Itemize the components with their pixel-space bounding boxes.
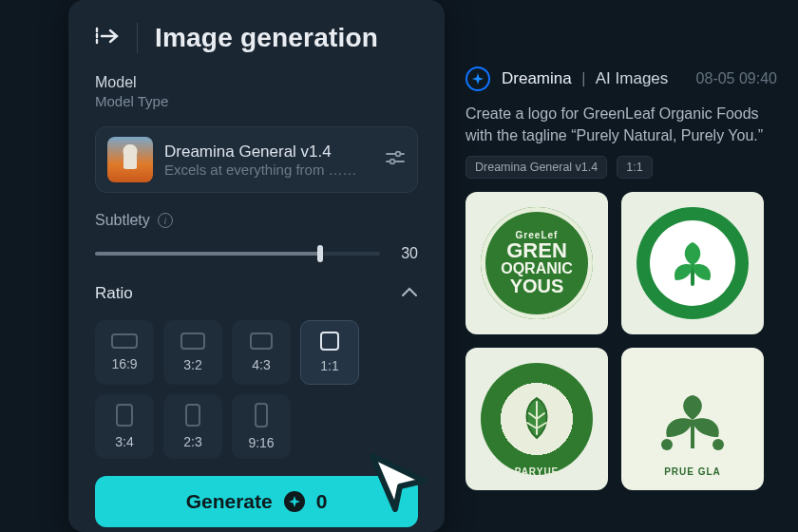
chevron-up-icon[interactable] [401, 285, 418, 302]
svg-marker-6 [289, 496, 300, 507]
model-type-label: Model Type [95, 93, 418, 109]
results-grid: GreeLef GREN OQRANIC YOUS [466, 192, 788, 490]
settings-sliders-icon[interactable] [385, 148, 406, 171]
ratio-1-1[interactable]: 1:1 [300, 320, 359, 385]
output-kind: AI Images [596, 69, 669, 87]
subtlety-label: Subtlety [95, 212, 150, 229]
result-thumbnail[interactable]: PRUE GLA [621, 348, 764, 490]
ratio-4-3[interactable]: 4:3 [232, 320, 291, 385]
slider-thumb[interactable] [317, 245, 323, 262]
result-thumbnail[interactable]: PARYUE [466, 348, 608, 490]
tile1-line3: OQRANIC [501, 261, 573, 276]
output-area: Dreamina | AI Images 08-05 09:40 Create … [466, 66, 788, 490]
ratio-label-3-2: 3:2 [183, 357, 201, 372]
ratio-2-3[interactable]: 2:3 [163, 394, 222, 459]
ratio-grid: 16:9 3:2 4:3 1:1 3:4 2:3 9:16 [95, 320, 418, 459]
tile3-caption: PARYUE [466, 466, 608, 477]
output-title: Dreamina | AI Images [502, 69, 668, 88]
ratio-3-2[interactable]: 3:2 [163, 320, 222, 385]
prompt-text: Create a logo for GreenLeaf Organic Food… [466, 103, 779, 146]
panel-header: Image generation [68, 0, 445, 61]
subtlety-value: 30 [393, 245, 418, 262]
subtlety-label-row: Subtlety i [95, 212, 418, 229]
generate-label: Generate [186, 490, 273, 513]
ratio-16-9[interactable]: 16:9 [95, 320, 154, 385]
chip-model: Dreamina General v1.4 [466, 156, 607, 179]
model-description: Excels at everything from …… [164, 162, 373, 178]
panel-title: Image generation [155, 23, 378, 53]
ratio-3-4[interactable]: 3:4 [95, 394, 154, 459]
header-divider [137, 23, 138, 53]
ratio-label-4-3: 4:3 [252, 357, 270, 372]
ratio-label-1-1: 1:1 [320, 358, 338, 373]
app-badge-icon [466, 66, 490, 91]
ratio-label: Ratio [95, 284, 133, 303]
ratio-label-9-16: 9:16 [248, 435, 274, 450]
chip-ratio: 1:1 [617, 156, 652, 179]
info-icon[interactable]: i [158, 213, 173, 228]
tile1-line4: YOUS [501, 276, 573, 295]
svg-point-5 [390, 160, 395, 164]
output-timestamp: 08-05 09:40 [696, 70, 788, 87]
generate-button[interactable]: Generate 0 [95, 476, 418, 527]
result-thumbnail[interactable] [621, 192, 764, 334]
model-section-label: Model [95, 74, 418, 91]
generation-panel: Image generation Model Model Type Dreami… [68, 0, 445, 532]
ratio-9-16[interactable]: 9:16 [232, 394, 291, 459]
tile4-caption: PRUE GLA [621, 466, 764, 477]
ratio-label-16-9: 16:9 [111, 356, 137, 371]
svg-point-8 [661, 439, 673, 450]
svg-point-3 [396, 152, 401, 157]
cost-coin-icon [284, 491, 305, 512]
result-thumbnail[interactable]: GreeLef GREN OQRANIC YOUS [466, 192, 608, 334]
output-app: Dreamina [502, 69, 572, 87]
svg-point-9 [712, 439, 724, 450]
output-chips: Dreamina General v1.4 1:1 [466, 156, 788, 179]
ratio-label-2-3: 2:3 [183, 434, 201, 449]
generate-cost: 0 [316, 490, 328, 513]
tile1-line2: GREN [501, 240, 573, 261]
subtlety-slider[interactable] [95, 244, 380, 263]
model-name: Dreamina General v1.4 [164, 142, 373, 162]
svg-marker-7 [472, 73, 484, 85]
expand-icon[interactable] [95, 25, 120, 51]
model-thumbnail [107, 137, 153, 182]
ratio-label-3-4: 3:4 [115, 434, 133, 449]
model-selector[interactable]: Dreamina General v1.4 Excels at everythi… [95, 126, 418, 193]
